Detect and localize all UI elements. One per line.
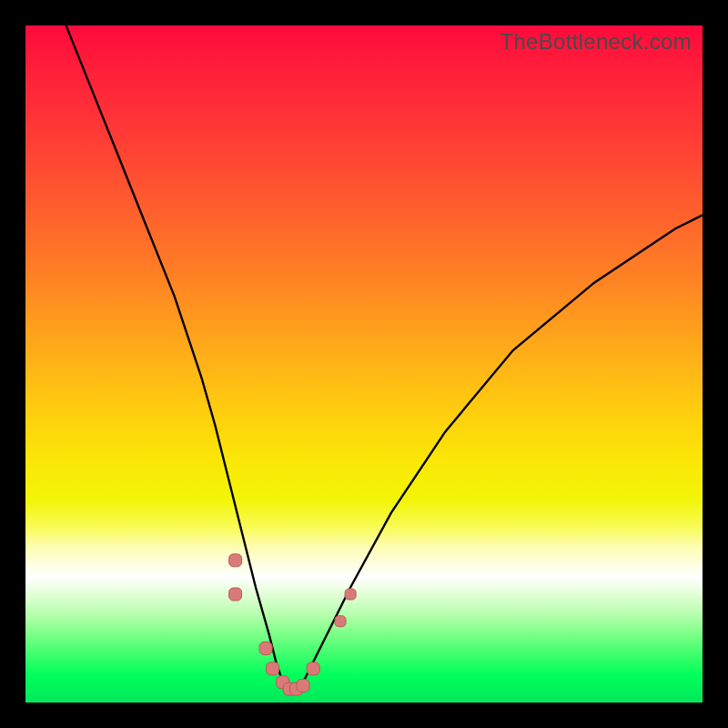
curve-marker xyxy=(229,588,242,601)
curve-marker xyxy=(229,554,242,567)
curve-marker xyxy=(297,679,309,692)
plot-area: TheBottleneck.com xyxy=(25,25,703,703)
curve-markers xyxy=(229,554,357,695)
curve-marker xyxy=(335,616,346,627)
curve-marker xyxy=(259,642,272,655)
curve-marker xyxy=(307,662,319,675)
curve-marker xyxy=(267,662,279,675)
bottleneck-curve-path xyxy=(66,25,703,689)
curve-svg xyxy=(25,25,703,703)
watermark-text: TheBottleneck.com xyxy=(500,29,692,55)
curve-marker xyxy=(345,589,356,600)
chart-frame: TheBottleneck.com xyxy=(0,0,728,728)
